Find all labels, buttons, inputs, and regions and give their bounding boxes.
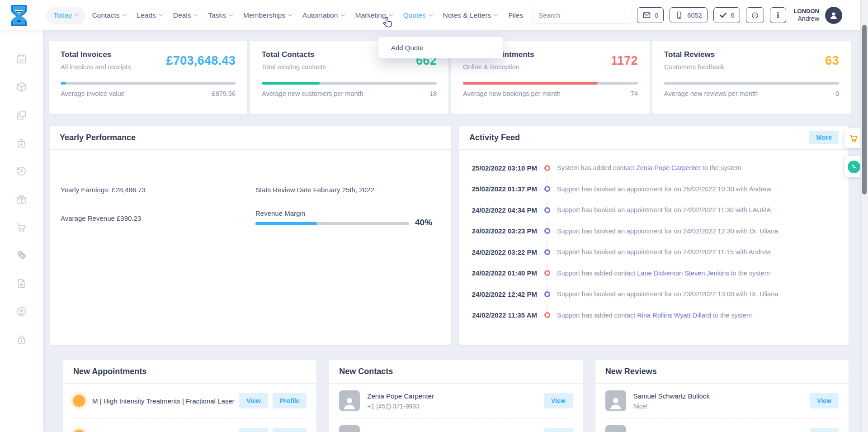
menu-item-add-quote[interactable]: Add Quote xyxy=(378,39,503,56)
duplicates-copy-icon[interactable] xyxy=(16,109,27,121)
chevron-down-icon xyxy=(122,12,127,16)
person-silhouette-icon xyxy=(341,429,358,432)
view-button[interactable]: View xyxy=(544,428,573,432)
tasks-count: 6 xyxy=(731,12,735,19)
nav-label: Deals xyxy=(173,11,191,19)
contact-row: Lane Dickerson Steven Jenkins View xyxy=(339,418,572,432)
revenue-margin-percent: 40% xyxy=(415,218,432,228)
nav-item-quotes[interactable]: Quotes xyxy=(399,7,437,24)
info-icon: i xyxy=(777,10,779,20)
cart-icon[interactable] xyxy=(16,222,27,233)
feed-entry: 25/02/2022 03:10 PM System has added con… xyxy=(459,157,849,179)
view-button[interactable]: View xyxy=(810,428,839,432)
nav-item-notes-letters[interactable]: Notes & Letters xyxy=(439,7,502,24)
yearly-performance-panel: Yearly Performance Yearly Earnings: £28,… xyxy=(50,126,451,345)
feed-time: 24/02/2022 03:23 PM xyxy=(459,227,537,235)
page-scrollbar-track xyxy=(860,0,868,432)
help-icon: ? xyxy=(751,11,759,20)
nav-label: Files xyxy=(508,11,523,19)
stat-footer-label: Average new customers per month xyxy=(262,90,363,97)
help-button[interactable]: ? xyxy=(746,7,764,23)
chevron-down-icon xyxy=(229,12,233,16)
phone-circle-icon xyxy=(848,161,860,173)
nav-label: Memberships xyxy=(243,11,285,19)
nav-item-today[interactable]: Today xyxy=(46,7,85,24)
contact-name: Zenia Pope Carpenter xyxy=(367,392,544,400)
avatar-placeholder xyxy=(339,425,360,432)
stat-footer-label: Average new bookings per month xyxy=(463,90,561,97)
nav-item-automation[interactable]: Automation xyxy=(298,7,349,24)
calendar-icon[interactable]: 12 xyxy=(16,53,27,65)
view-button[interactable]: View xyxy=(544,393,573,408)
timeline-dot xyxy=(544,207,550,213)
appointment-row: M | High Intensity Treatments | Fraction… xyxy=(73,384,307,418)
stats-review-date: Stats Review Date February 25th, 2022 xyxy=(255,186,374,194)
nav-item-memberships[interactable]: Memberships xyxy=(239,7,296,24)
view-button[interactable]: View xyxy=(239,428,268,432)
nav-item-leads[interactable]: Leads xyxy=(132,7,167,24)
nav-label: Quotes xyxy=(403,11,426,19)
nav-item-tasks[interactable]: Tasks xyxy=(203,7,237,24)
stat-title: Total Reviews xyxy=(664,50,724,59)
more-button[interactable]: More xyxy=(809,131,839,144)
nav-label: Leads xyxy=(137,11,156,19)
person-silhouette-icon xyxy=(607,394,624,411)
svg-text:12: 12 xyxy=(19,58,24,62)
review-comment: Nice! xyxy=(633,403,810,410)
feed-message: Support has booked an appointment for on… xyxy=(557,228,778,235)
gift-icon[interactable] xyxy=(16,194,27,205)
stat-title: Total Contacts xyxy=(262,50,326,59)
progress-track xyxy=(61,82,236,85)
feed-message: System has added contact Zenia Pope Carp… xyxy=(557,164,741,171)
panel-title: Yearly Performance xyxy=(60,133,136,142)
envelope-icon xyxy=(642,11,651,19)
phone-counter-button[interactable]: 6052 xyxy=(670,7,707,23)
bookings-bag-icon[interactable] xyxy=(16,138,27,149)
mail-counter-button[interactable]: 0 xyxy=(637,7,664,23)
contact-link[interactable]: Zenia Pope Carpenter xyxy=(636,164,701,171)
svg-text:$: $ xyxy=(21,254,24,258)
app-logo-hourglass-icon[interactable] xyxy=(9,4,29,27)
chevron-down-icon xyxy=(288,12,292,16)
feed-message: Support has booked an appointment for on… xyxy=(557,185,771,193)
user-circle-icon[interactable] xyxy=(16,306,27,317)
products-box-icon[interactable] xyxy=(16,81,27,93)
stat-subtitle: All invoices and receipts xyxy=(61,63,131,71)
new-reviews-panel: New Reviews Samuel Schwartz Bullock Nice… xyxy=(595,360,849,432)
nav-item-files[interactable]: Files xyxy=(504,7,528,24)
revenue-margin-track xyxy=(255,222,409,225)
contact-link[interactable]: Rina Rollins Wyatt Dillard xyxy=(637,312,711,319)
stat-footer-value: 0 xyxy=(835,90,839,97)
page-scrollbar-thumb[interactable] xyxy=(862,25,867,195)
person-silhouette-icon xyxy=(607,429,624,432)
timeline-dot xyxy=(544,270,550,276)
nav-item-contacts[interactable]: Contacts xyxy=(87,7,130,24)
timeline-dot xyxy=(544,228,550,234)
lock-icon[interactable] xyxy=(16,334,27,345)
contact-link[interactable]: Lane Dickerson Steven Jenkins xyxy=(637,270,729,277)
feed-entry: 24/02/2022 01:40 PM Support has added co… xyxy=(459,263,849,284)
view-button[interactable]: View xyxy=(810,393,839,408)
search-box xyxy=(533,7,631,24)
profile-button[interactable]: Profile xyxy=(273,393,307,408)
appointment-status-dot xyxy=(73,395,85,407)
history-icon[interactable] xyxy=(16,166,27,177)
view-button[interactable]: View xyxy=(239,393,268,408)
nav-item-marketing[interactable]: Marketing xyxy=(351,7,397,24)
info-button[interactable]: i xyxy=(770,7,786,23)
price-tag-icon[interactable]: $ xyxy=(16,250,27,261)
feed-entry: 24/02/2022 03:23 PM Support has booked a… xyxy=(459,221,849,242)
profile-button[interactable]: Profile xyxy=(273,428,307,432)
nav-item-deals[interactable]: Deals xyxy=(169,7,202,24)
search-input[interactable] xyxy=(533,11,631,19)
stat-value: 1172 xyxy=(611,54,638,71)
avatar-placeholder xyxy=(339,390,360,411)
review-row: Alex Stefan View xyxy=(605,418,839,432)
chevron-down-icon xyxy=(158,12,163,16)
top-nav: Today Contacts Leads Deals Tasks Members… xyxy=(0,0,860,30)
user-avatar[interactable] xyxy=(825,7,842,24)
progress-track xyxy=(262,82,437,85)
reports-document-icon[interactable] xyxy=(16,278,27,289)
cart-icon xyxy=(849,133,859,143)
tasks-counter-button[interactable]: 6 xyxy=(713,7,740,23)
